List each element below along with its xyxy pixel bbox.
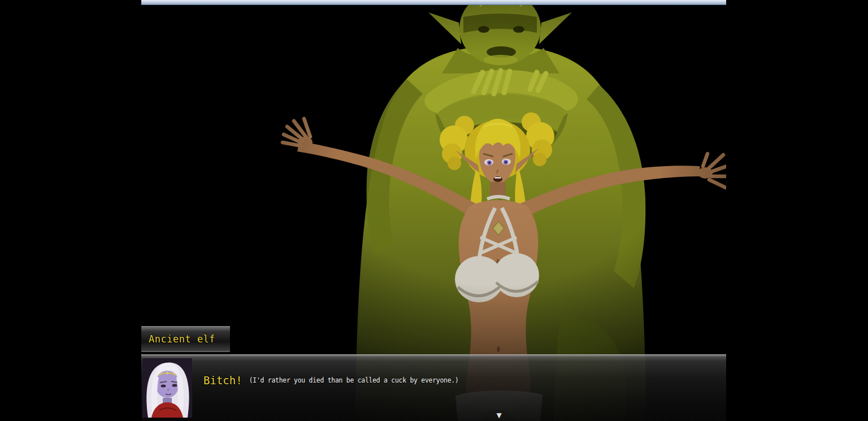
continue-arrow-icon: ▼ — [493, 411, 505, 419]
name-box: Ancient elf — [141, 326, 230, 352]
dialogue-aside: (I'd rather you died than be called a cu… — [249, 376, 459, 384]
window-title: Leold — [141, 5, 155, 5]
dialogue-box[interactable]: Bitch! (I'd rather you died than be call… — [141, 354, 726, 421]
speaker-portrait — [142, 358, 192, 418]
window-title-bar[interactable]: Leold — [141, 0, 726, 5]
dialogue-text: Bitch! (I'd rather you died than be call… — [203, 374, 459, 387]
screen: Leold — [0, 0, 868, 421]
game-window: Leold — [141, 0, 726, 421]
speaker-name: Ancient elf — [149, 333, 215, 345]
dark-elf-portrait — [142, 358, 192, 418]
dialogue-emphasis: Bitch! — [203, 374, 242, 387]
